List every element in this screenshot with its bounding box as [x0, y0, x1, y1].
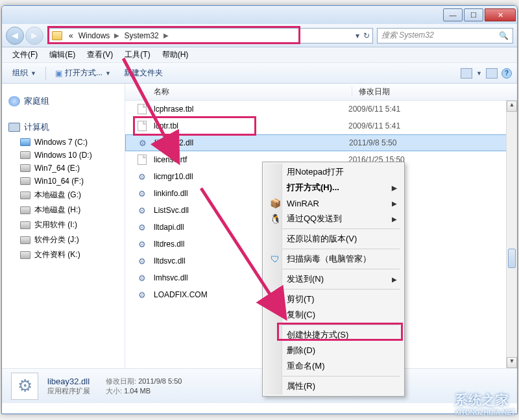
sidebar-computer[interactable]: 计算机 — [2, 119, 125, 136]
drive-icon — [20, 177, 30, 185]
chevron-down-icon: ▼ — [105, 70, 111, 77]
sidebar-drive-f[interactable]: Win10_64 (F:) — [2, 175, 125, 188]
file-date: 2011/9/8 5:50 — [349, 138, 396, 147]
separator — [45, 67, 46, 80]
watermark-url: XITONGZHIJIA.NET — [455, 409, 515, 416]
ctx-copy[interactable]: 复制(C) — [265, 307, 402, 323]
minimize-button[interactable]: — — [443, 8, 463, 21]
content-area: 家庭组 计算机 Windows 7 (C:) Windows 10 (D:) W… — [2, 84, 517, 368]
refresh-icon[interactable]: ↻ — [363, 31, 370, 40]
file-icon: ⚙ — [137, 273, 147, 283]
sidebar-drive-d[interactable]: Windows 10 (D:) — [2, 149, 125, 162]
ctx-winrar[interactable]: 📦WinRAR▶ — [265, 195, 402, 211]
breadcrumb-system32[interactable]: System32 — [121, 31, 161, 40]
newfolder-button[interactable]: 新建文件夹 — [119, 66, 168, 80]
qq-icon: 🐧 — [269, 213, 281, 225]
submenu-arrow-icon: ▶ — [392, 216, 397, 223]
watermark-text: 系统之家 — [455, 393, 509, 407]
separator — [267, 229, 400, 229]
chevron-right-icon: ▶ — [112, 32, 121, 39]
file-row[interactable]: ⚙libeay32.dll2011/9/8 5:50 — [125, 134, 517, 151]
drive-icon — [20, 191, 30, 199]
search-icon: 🔍 — [499, 31, 509, 40]
drive-icon — [20, 151, 30, 159]
ctx-sendto[interactable]: 发送到(N)▶ — [265, 271, 402, 287]
menu-edit[interactable]: 编辑(E) — [44, 48, 80, 62]
view-options-button[interactable] — [461, 68, 472, 79]
chevron-down-icon: ▼ — [476, 70, 482, 77]
menu-tools[interactable]: 工具(T) — [119, 48, 155, 62]
file-row[interactable]: lcptr.tbl2009/6/11 5:41 — [125, 117, 517, 134]
ctx-notepad[interactable]: 用Notepad打开 — [265, 164, 402, 180]
file-date: 2009/6/11 5:41 — [348, 105, 400, 114]
drive-icon — [20, 251, 30, 259]
submenu-arrow-icon: ▶ — [392, 184, 397, 191]
separator — [267, 289, 400, 290]
list-header: 名称 修改日期 — [125, 84, 517, 101]
forward-button[interactable]: ► — [25, 27, 43, 45]
submenu-arrow-icon: ▶ — [392, 276, 397, 283]
file-icon: ⚙ — [137, 188, 147, 199]
file-icon: ⚙ — [137, 205, 147, 216]
file-row[interactable]: lcphrase.tbl2009/6/11 5:41 — [125, 101, 517, 117]
column-name[interactable]: 名称 — [125, 86, 352, 97]
breadcrumb-windows[interactable]: Windows — [76, 31, 113, 40]
ctx-restore[interactable]: 还原以前的版本(V) — [265, 231, 402, 247]
explorer-window: — ☐ ✕ ◄ ► « Windows ▶ System32 ▶ ▾ ↻ 搜索 … — [1, 5, 518, 414]
ctx-delete[interactable]: 删除(D) — [265, 343, 402, 358]
close-button[interactable]: ✕ — [485, 8, 516, 21]
file-icon — [137, 121, 147, 131]
nav-bar: ◄ ► « Windows ▶ System32 ▶ ▾ ↻ 搜索 System… — [2, 24, 517, 47]
ctx-shortcut[interactable]: 创建快捷方式(S) — [265, 327, 402, 343]
organize-button[interactable]: 组织▼ — [7, 66, 42, 80]
separator — [267, 249, 400, 249]
context-menu: 用Notepad打开 打开方式(H)...▶ 📦WinRAR▶ 🐧通过QQ发送到… — [262, 162, 405, 397]
preview-pane-button[interactable] — [486, 68, 498, 79]
ctx-cut[interactable]: 剪切(T) — [265, 291, 402, 307]
sidebar-drive-j[interactable]: 软件分类 (J:) — [2, 232, 125, 247]
scroll-up-button[interactable]: ▲ — [507, 101, 517, 112]
sidebar-drive-g[interactable]: 本地磁盘 (G:) — [2, 188, 125, 203]
ctx-openwith[interactable]: 打开方式(H)...▶ — [265, 180, 402, 195]
ctx-rename[interactable]: 重命名(M) — [265, 358, 402, 374]
submenu-arrow-icon: ▶ — [392, 200, 397, 207]
toolbar: 组织▼ ▣打开方式...▼ 新建文件夹 ▼ ? — [2, 63, 517, 84]
menu-help[interactable]: 帮助(H) — [157, 48, 194, 62]
maximize-button[interactable]: ☐ — [464, 8, 483, 21]
file-icon: ⚙ — [137, 239, 147, 249]
dropdown-icon[interactable]: ▾ — [356, 31, 359, 40]
drive-icon — [20, 206, 30, 214]
file-icon: ⚙ — [137, 222, 147, 232]
ctx-properties[interactable]: 属性(R) — [265, 378, 402, 394]
back-button[interactable]: ◄ — [6, 27, 24, 45]
sidebar-drive-i[interactable]: 实用软件 (I:) — [2, 217, 125, 232]
search-input[interactable]: 搜索 System32 🔍 — [377, 28, 513, 43]
drive-icon — [20, 138, 30, 146]
column-date[interactable]: 修改日期 — [352, 86, 517, 97]
drive-icon — [20, 221, 30, 229]
menu-view[interactable]: 查看(V) — [82, 48, 118, 62]
sidebar-drive-c[interactable]: Windows 7 (C:) — [2, 136, 125, 149]
shield-icon: 🛡 — [269, 253, 281, 265]
scroll-down-button[interactable]: ▼ — [507, 357, 517, 368]
menu-bar: 文件(F) 编辑(E) 查看(V) 工具(T) 帮助(H) — [2, 47, 517, 63]
sidebar-drive-k[interactable]: 文件资料 (K:) — [2, 247, 125, 262]
ctx-qq[interactable]: 🐧通过QQ发送到▶ — [265, 211, 402, 227]
scroll-thumb[interactable] — [508, 249, 516, 268]
watermark: 系统之家 XITONGZHIJIA.NET — [455, 391, 515, 416]
sidebar: 家庭组 计算机 Windows 7 (C:) Windows 10 (D:) W… — [2, 84, 125, 368]
address-bar[interactable]: « Windows ▶ System32 ▶ ▾ ↻ — [49, 28, 373, 43]
file-icon: ⚙ — [137, 171, 147, 182]
separator — [267, 325, 400, 325]
homegroup-icon — [8, 96, 20, 106]
sidebar-drive-h[interactable]: 本地磁盘 (H:) — [2, 203, 125, 217]
menu-file[interactable]: 文件(F) — [7, 48, 43, 62]
ctx-scan[interactable]: 🛡扫描病毒（电脑管家） — [265, 251, 402, 267]
openwith-button[interactable]: ▣打开方式...▼ — [50, 66, 116, 80]
sidebar-homegroup[interactable]: 家庭组 — [2, 93, 125, 110]
help-icon[interactable]: ? — [501, 68, 512, 79]
status-meta: 修改日期: 2011/9/8 5:50 大小: 1.04 MB — [106, 377, 182, 396]
sidebar-drive-e[interactable]: Win7_64 (E:) — [2, 162, 125, 175]
file-name: lcptr.tbl — [154, 121, 348, 130]
vertical-scrollbar[interactable]: ▲ ▼ — [506, 101, 517, 368]
